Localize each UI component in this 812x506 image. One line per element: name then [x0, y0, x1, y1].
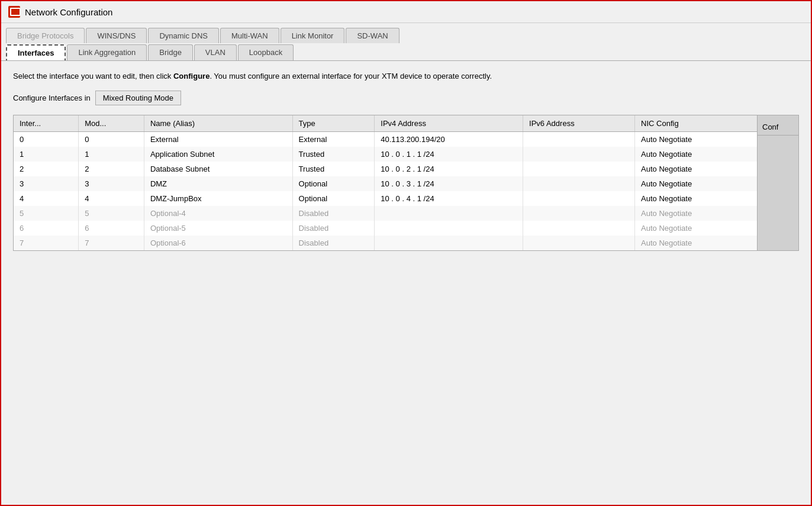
cell-mod: 2	[79, 162, 144, 176]
cell-nic: Auto Negotiate	[635, 236, 757, 250]
cell-type: Trusted	[292, 147, 375, 162]
cell-name: Database Subnet	[144, 162, 292, 176]
cell-ipv6	[523, 131, 635, 147]
cell-type: Disabled	[292, 221, 375, 236]
cell-ipv4: 10 . 0 . 4 . 1 /24	[375, 191, 523, 206]
cell-type: Disabled	[292, 236, 375, 250]
routing-mode-label: Configure Interfaces in	[13, 94, 91, 102]
app-icon	[8, 6, 20, 18]
configure-bold: Configure	[173, 72, 210, 80]
cell-type: Optional	[292, 191, 375, 206]
description-text: Select the interface you want to edit, t…	[13, 70, 799, 82]
cell-name: Optional-6	[144, 236, 292, 250]
cell-nic: Auto Negotiate	[635, 206, 757, 221]
table-row[interactable]: 22Database SubnetTrusted10 . 0 . 2 . 1 /…	[14, 162, 757, 176]
interfaces-table-container: Inter... Mod... Name (Alias) Type IPv4 A…	[13, 115, 799, 251]
cell-interface: 5	[14, 206, 79, 221]
col-header-ipv6: IPv6 Address	[523, 115, 635, 132]
tab-row-1: Bridge Protocols WINS/DNS Dynamic DNS Mu…	[6, 28, 806, 43]
cell-type: External	[292, 131, 375, 147]
title-bar: Network Configuration	[1, 1, 811, 23]
cell-interface: 3	[14, 176, 79, 191]
cell-ipv4: 10 . 0 . 1 . 1 /24	[375, 147, 523, 162]
cell-mod: 4	[79, 191, 144, 206]
col-header-type: Type	[292, 115, 375, 132]
cell-nic: Auto Negotiate	[635, 147, 757, 162]
main-window: Network Configuration Bridge Protocols W…	[0, 0, 812, 506]
cell-ipv4	[375, 236, 523, 250]
tab-bridge[interactable]: Bridge	[148, 44, 193, 60]
cell-interface: 0	[14, 131, 79, 147]
cell-type: Disabled	[292, 206, 375, 221]
cell-mod: 6	[79, 221, 144, 236]
tab-link-monitor[interactable]: Link Monitor	[281, 28, 345, 43]
cell-ipv4: 40.113.200.194/20	[375, 131, 523, 147]
table-row[interactable]: 77Optional-6DisabledAuto Negotiate	[14, 236, 757, 250]
tab-link-aggregation[interactable]: Link Aggregation	[67, 44, 147, 60]
configure-column: Conf	[757, 115, 798, 250]
cell-nic: Auto Negotiate	[635, 176, 757, 191]
cell-nic: Auto Negotiate	[635, 221, 757, 236]
cell-ipv4: 10 . 0 . 2 . 1 /24	[375, 162, 523, 176]
cell-ipv4	[375, 221, 523, 236]
cell-name: DMZ-JumpBox	[144, 191, 292, 206]
cell-name: Optional-5	[144, 221, 292, 236]
cell-nic: Auto Negotiate	[635, 191, 757, 206]
col-header-interface: Inter...	[14, 115, 79, 132]
cell-interface: 1	[14, 147, 79, 162]
table-header-row: Inter... Mod... Name (Alias) Type IPv4 A…	[14, 115, 757, 132]
cell-interface: 7	[14, 236, 79, 250]
cell-ipv4	[375, 206, 523, 221]
table-row[interactable]: 11Application SubnetTrusted10 . 0 . 1 . …	[14, 147, 757, 162]
configure-col-header: Conf	[758, 119, 798, 136]
tab-interfaces[interactable]: Interfaces	[6, 44, 66, 60]
cell-interface: 4	[14, 191, 79, 206]
cell-ipv6	[523, 176, 635, 191]
cell-name: DMZ	[144, 176, 292, 191]
table-row[interactable]: 44DMZ-JumpBoxOptional10 . 0 . 4 . 1 /24A…	[14, 191, 757, 206]
table-row[interactable]: 66Optional-5DisabledAuto Negotiate	[14, 221, 757, 236]
tab-container: Bridge Protocols WINS/DNS Dynamic DNS Mu…	[1, 23, 811, 61]
cell-ipv6	[523, 206, 635, 221]
cell-nic: Auto Negotiate	[635, 162, 757, 176]
col-header-ipv4: IPv4 Address	[375, 115, 523, 132]
col-header-nic: NIC Config	[635, 115, 757, 132]
table-wrapper: Inter... Mod... Name (Alias) Type IPv4 A…	[14, 115, 798, 250]
cell-ipv6	[523, 221, 635, 236]
cell-type: Optional	[292, 176, 375, 191]
cell-name: External	[144, 131, 292, 147]
table-row[interactable]: 00ExternalExternal40.113.200.194/20Auto …	[14, 131, 757, 147]
window-title: Network Configuration	[25, 7, 112, 17]
tab-loopback[interactable]: Loopback	[238, 44, 294, 60]
content-area: Select the interface you want to edit, t…	[1, 61, 811, 505]
tab-dynamic-dns[interactable]: Dynamic DNS	[148, 28, 219, 43]
cell-name: Optional-4	[144, 206, 292, 221]
routing-mode-value[interactable]: Mixed Routing Mode	[95, 91, 181, 105]
table-row[interactable]: 33DMZOptional10 . 0 . 3 . 1 /24Auto Nego…	[14, 176, 757, 191]
tab-wins-dns[interactable]: WINS/DNS	[86, 28, 147, 43]
cell-type: Trusted	[292, 162, 375, 176]
cell-ipv6	[523, 236, 635, 250]
cell-nic: Auto Negotiate	[635, 131, 757, 147]
cell-ipv6	[523, 162, 635, 176]
tab-vlan[interactable]: VLAN	[194, 44, 237, 60]
cell-mod: 3	[79, 176, 144, 191]
tab-bridge-protocols[interactable]: Bridge Protocols	[6, 28, 85, 43]
col-header-name: Name (Alias)	[144, 115, 292, 132]
tab-sd-wan[interactable]: SD-WAN	[346, 28, 399, 43]
cell-mod: 5	[79, 206, 144, 221]
table-row[interactable]: 55Optional-4DisabledAuto Negotiate	[14, 206, 757, 221]
cell-mod: 1	[79, 147, 144, 162]
cell-ipv6	[523, 191, 635, 206]
routing-mode-row: Configure Interfaces in Mixed Routing Mo…	[13, 91, 799, 105]
cell-interface: 2	[14, 162, 79, 176]
cell-ipv6	[523, 147, 635, 162]
table-main: Inter... Mod... Name (Alias) Type IPv4 A…	[14, 115, 757, 250]
cell-name: Application Subnet	[144, 147, 292, 162]
col-header-mod: Mod...	[79, 115, 144, 132]
cell-mod: 7	[79, 236, 144, 250]
tab-multi-wan[interactable]: Multi-WAN	[220, 28, 279, 43]
cell-mod: 0	[79, 131, 144, 147]
interfaces-table: Inter... Mod... Name (Alias) Type IPv4 A…	[14, 115, 757, 250]
tab-row-2: Interfaces Link Aggregation Bridge VLAN …	[6, 44, 806, 60]
